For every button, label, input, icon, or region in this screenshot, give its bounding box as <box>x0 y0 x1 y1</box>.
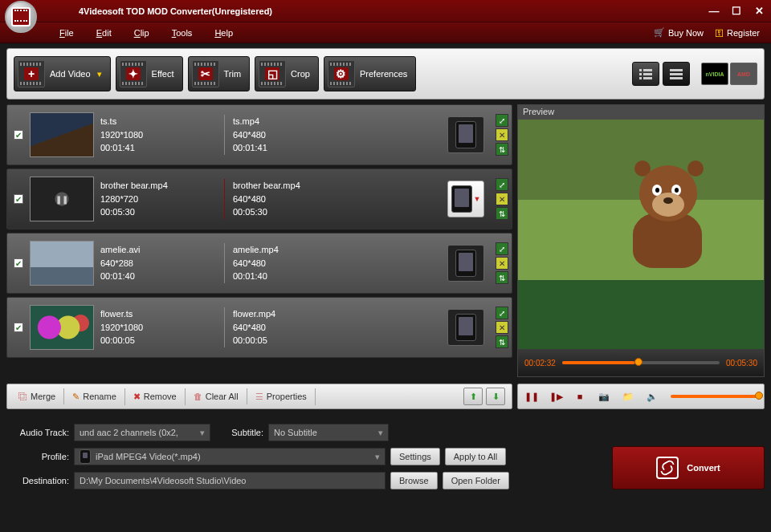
clear-all-button[interactable]: 🗑Clear All <box>186 388 247 404</box>
file-actions-bar: ⿻Merge ✎Rename ✖Remove 🗑Clear All ☰Prope… <box>6 384 512 409</box>
rename-button[interactable]: ✎Rename <box>64 388 125 405</box>
file-row[interactable]: ✔ amelie.avi 640*288 00:01:40 amelie.mp4… <box>6 233 512 294</box>
file-checkbox[interactable]: ✔ <box>14 130 23 140</box>
destination-label: Destination: <box>6 476 69 485</box>
seek-slider[interactable] <box>562 361 720 364</box>
row-collapse-button[interactable]: ⇅ <box>496 207 508 220</box>
subtitle-select[interactable]: No Subtitle▾ <box>268 424 389 441</box>
file-row[interactable]: ✔ flower.ts 1920*1080 00:00:05 flower.mp… <box>6 297 512 358</box>
output-duration: 00:05:30 <box>233 205 345 219</box>
source-name: ts.ts <box>100 115 221 128</box>
source-duration: 00:01:40 <box>100 270 221 283</box>
menu-tools[interactable]: Tools <box>161 28 204 38</box>
row-collapse-button[interactable]: ⇅ <box>496 271 508 284</box>
seek-bar: 00:02:32 00:05:30 <box>518 349 764 376</box>
volume-slider[interactable] <box>671 395 759 398</box>
file-list: ✔ ts.ts 1920*1080 00:01:41 ts.mp4 640*48… <box>6 104 512 377</box>
preferences-label: Preferences <box>360 69 407 79</box>
preferences-button[interactable]: ⚙ Preferences <box>324 56 416 91</box>
properties-button[interactable]: ☰Properties <box>247 388 316 405</box>
row-expand-button[interactable]: ⤢ <box>496 178 508 191</box>
file-row[interactable]: ✔ ts.ts 1920*1080 00:01:41 ts.mp4 640*48… <box>6 104 512 165</box>
merge-icon: ⿻ <box>18 392 27 401</box>
add-video-button[interactable]: + Add Video ▾ <box>14 56 111 91</box>
merge-button[interactable]: ⿻Merge <box>10 388 64 404</box>
file-checkbox[interactable]: ✔ <box>14 323 23 332</box>
snapshot-folder-button[interactable]: 📁 <box>619 388 637 404</box>
move-down-button[interactable]: ⬇ <box>486 388 505 405</box>
trim-button[interactable]: ✂ Trim <box>188 56 251 91</box>
row-expand-button[interactable]: ⤢ <box>496 242 508 255</box>
remove-button[interactable]: ✖Remove <box>125 388 186 405</box>
row-remove-button[interactable]: ✕ <box>496 257 508 270</box>
source-duration: 00:05:30 <box>100 205 221 219</box>
register-link[interactable]: ⚿ Register <box>715 27 760 38</box>
pause-button[interactable]: ❚❚ <box>523 388 541 404</box>
register-label: Register <box>727 28 760 38</box>
view-list-button[interactable] <box>632 62 659 86</box>
snapshot-button[interactable]: 📷 <box>595 388 613 404</box>
speaker-icon: 🔈 <box>647 392 658 402</box>
menu-help[interactable]: Help <box>203 28 244 38</box>
file-checkbox[interactable]: ✔ <box>14 258 23 268</box>
row-remove-button[interactable]: ✕ <box>496 321 508 334</box>
pencil-icon: ✎ <box>72 392 80 402</box>
output-info: amelie.mp4 640*480 00:01:40 <box>224 243 345 283</box>
chevron-down-icon: ▾ <box>378 428 383 438</box>
apply-to-all-button[interactable]: Apply to All <box>445 448 506 465</box>
destination-input[interactable]: D:\My Documents\4Videosoft Studio\Video <box>74 472 386 489</box>
close-button[interactable]: ✕ <box>752 5 766 18</box>
step-button[interactable]: ❚▶ <box>547 388 565 404</box>
profile-select[interactable]: iPad MPEG4 Video(*.mp4) ▾ <box>74 448 386 465</box>
buy-now-link[interactable]: 🛒 Buy Now <box>654 27 704 38</box>
row-collapse-button[interactable]: ⇅ <box>496 143 508 156</box>
menu-clip[interactable]: Clip <box>123 28 161 38</box>
trim-icon: ✂ <box>192 60 219 87</box>
row-expand-button[interactable]: ⤢ <box>496 114 508 127</box>
subtitle-value: No Subtitle <box>274 428 317 437</box>
title-bar: 4Videosoft TOD MOD Converter(Unregistere… <box>0 0 771 22</box>
browse-button[interactable]: Browse <box>390 472 438 489</box>
dropdown-caret-icon: ▾ <box>97 69 102 79</box>
nvidia-badge: nVIDIA <box>701 63 728 85</box>
move-up-button[interactable]: ⬆ <box>463 388 483 405</box>
subtitle-label: Subtitle: <box>215 428 263 437</box>
svg-rect-2 <box>639 73 642 75</box>
convert-icon <box>656 457 679 479</box>
open-folder-button[interactable]: Open Folder <box>443 472 509 489</box>
profile-value: iPad MPEG4 Video(*.mp4) <box>96 452 201 461</box>
ipad-icon <box>455 121 476 148</box>
maximize-button[interactable]: ☐ <box>729 5 744 18</box>
output-res: 640*480 <box>233 193 345 206</box>
menu-edit[interactable]: Edit <box>85 28 123 38</box>
source-info: amelie.avi 640*288 00:01:40 <box>100 243 221 283</box>
gear-icon: ⚙ <box>328 60 355 87</box>
output-device-button[interactable]: ▼ <box>447 181 484 217</box>
ipad-icon <box>455 314 476 341</box>
row-remove-button[interactable]: ✕ <box>496 193 508 205</box>
view-detail-button[interactable] <box>663 62 690 86</box>
output-device-button[interactable] <box>447 309 484 346</box>
effect-button[interactable]: ✦ Effect <box>116 56 183 91</box>
settings-button[interactable]: Settings <box>390 448 440 465</box>
output-device-button[interactable] <box>447 116 484 153</box>
output-name: brother bear.mp4 <box>233 179 345 193</box>
crop-button[interactable]: ◱ Crop <box>255 56 319 91</box>
row-expand-button[interactable]: ⤢ <box>496 307 508 319</box>
output-device-button[interactable] <box>447 245 484 282</box>
audio-track-select[interactable]: und aac 2 channels (0x2,▾ <box>74 424 210 441</box>
menu-file[interactable]: File <box>48 28 85 38</box>
source-res: 640*288 <box>100 257 221 270</box>
volume-button[interactable]: 🔈 <box>643 388 661 404</box>
row-collapse-button[interactable]: ⇅ <box>496 335 508 348</box>
svg-rect-8 <box>670 77 683 79</box>
convert-button[interactable]: Convert <box>612 446 765 489</box>
preview-viewport[interactable] <box>518 120 764 349</box>
file-checkbox[interactable]: ✔ <box>14 194 23 204</box>
ipad-icon <box>80 449 91 464</box>
profile-label: Profile: <box>6 452 69 461</box>
minimize-button[interactable]: — <box>707 5 721 18</box>
file-row[interactable]: ✔ brother bear.mp4 1280*720 00:05:30 bro… <box>6 169 512 229</box>
stop-button[interactable]: ■ <box>571 388 589 404</box>
row-remove-button[interactable]: ✕ <box>496 128 508 141</box>
